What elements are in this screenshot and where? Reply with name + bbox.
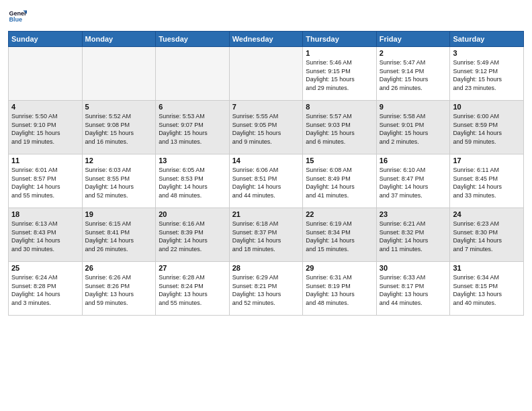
day-info: Sunrise: 5:57 AM Sunset: 9:03 PM Dayligh… xyxy=(306,112,373,146)
day-number: 10 xyxy=(453,103,521,111)
day-info: Sunrise: 5:49 AM Sunset: 9:12 PM Dayligh… xyxy=(453,58,521,92)
day-info: Sunrise: 6:29 AM Sunset: 8:21 PM Dayligh… xyxy=(232,273,300,307)
day-number: 14 xyxy=(232,156,300,165)
day-number: 24 xyxy=(453,210,521,218)
calendar-cell: 30Sunrise: 6:33 AM Sunset: 8:17 PM Dayli… xyxy=(376,262,450,316)
calendar-cell: 8Sunrise: 5:57 AM Sunset: 9:03 PM Daylig… xyxy=(303,101,377,154)
day-info: Sunrise: 6:15 AM Sunset: 8:41 PM Dayligh… xyxy=(85,220,153,253)
header: General Blue xyxy=(8,7,524,26)
logo-icon: General Blue xyxy=(8,7,27,26)
calendar-cell xyxy=(9,47,83,101)
day-number: 23 xyxy=(380,210,447,218)
day-info: Sunrise: 6:18 AM Sunset: 8:37 PM Dayligh… xyxy=(232,220,300,253)
calendar-cell: 16Sunrise: 6:10 AM Sunset: 8:47 PM Dayli… xyxy=(376,154,450,208)
day-info: Sunrise: 6:26 AM Sunset: 8:26 PM Dayligh… xyxy=(85,273,153,307)
day-number: 31 xyxy=(453,264,521,272)
calendar-cell: 26Sunrise: 6:26 AM Sunset: 8:26 PM Dayli… xyxy=(82,262,156,316)
calendar-cell: 13Sunrise: 6:05 AM Sunset: 8:53 PM Dayli… xyxy=(156,154,230,208)
day-number: 19 xyxy=(85,210,153,218)
day-number: 7 xyxy=(232,103,300,111)
day-info: Sunrise: 6:16 AM Sunset: 8:39 PM Dayligh… xyxy=(159,220,226,253)
day-number: 26 xyxy=(85,264,153,272)
day-number: 5 xyxy=(85,103,153,111)
calendar-cell: 17Sunrise: 6:11 AM Sunset: 8:45 PM Dayli… xyxy=(450,154,524,208)
day-number: 16 xyxy=(380,156,447,165)
day-info: Sunrise: 6:10 AM Sunset: 8:47 PM Dayligh… xyxy=(380,166,447,199)
day-info: Sunrise: 6:33 AM Sunset: 8:17 PM Dayligh… xyxy=(380,273,447,307)
calendar-cell: 19Sunrise: 6:15 AM Sunset: 8:41 PM Dayli… xyxy=(82,208,156,262)
calendar-cell: 29Sunrise: 6:31 AM Sunset: 8:19 PM Dayli… xyxy=(303,262,377,316)
calendar-cell: 14Sunrise: 6:06 AM Sunset: 8:51 PM Dayli… xyxy=(229,154,303,208)
day-info: Sunrise: 6:19 AM Sunset: 8:34 PM Dayligh… xyxy=(306,220,373,253)
day-number: 20 xyxy=(159,210,226,218)
day-number: 13 xyxy=(159,156,226,165)
day-number: 21 xyxy=(232,210,300,218)
calendar-week-row: 4Sunrise: 5:50 AM Sunset: 9:10 PM Daylig… xyxy=(9,101,524,154)
day-info: Sunrise: 5:52 AM Sunset: 9:08 PM Dayligh… xyxy=(85,112,153,146)
calendar-cell: 9Sunrise: 5:58 AM Sunset: 9:01 PM Daylig… xyxy=(376,101,450,154)
day-info: Sunrise: 5:46 AM Sunset: 9:15 PM Dayligh… xyxy=(306,58,373,92)
calendar-cell: 2Sunrise: 5:47 AM Sunset: 9:14 PM Daylig… xyxy=(376,47,450,101)
day-info: Sunrise: 5:53 AM Sunset: 9:07 PM Dayligh… xyxy=(159,112,226,146)
day-of-week-header: Friday xyxy=(376,32,450,47)
day-info: Sunrise: 6:08 AM Sunset: 8:49 PM Dayligh… xyxy=(306,166,373,199)
calendar-cell: 23Sunrise: 6:21 AM Sunset: 8:32 PM Dayli… xyxy=(376,208,450,262)
day-info: Sunrise: 5:55 AM Sunset: 9:05 PM Dayligh… xyxy=(232,112,300,146)
day-info: Sunrise: 6:24 AM Sunset: 8:28 PM Dayligh… xyxy=(11,273,79,307)
day-info: Sunrise: 6:05 AM Sunset: 8:53 PM Dayligh… xyxy=(159,166,226,199)
day-info: Sunrise: 6:21 AM Sunset: 8:32 PM Dayligh… xyxy=(380,220,447,253)
day-info: Sunrise: 6:06 AM Sunset: 8:51 PM Dayligh… xyxy=(232,166,300,199)
day-number: 11 xyxy=(11,156,79,165)
day-number: 30 xyxy=(380,264,447,272)
calendar-cell: 24Sunrise: 6:23 AM Sunset: 8:30 PM Dayli… xyxy=(450,208,524,262)
day-number: 28 xyxy=(232,264,300,272)
day-number: 18 xyxy=(11,210,79,218)
calendar-cell: 15Sunrise: 6:08 AM Sunset: 8:49 PM Dayli… xyxy=(303,154,377,208)
calendar-cell: 3Sunrise: 5:49 AM Sunset: 9:12 PM Daylig… xyxy=(450,47,524,101)
calendar-cell: 11Sunrise: 6:01 AM Sunset: 8:57 PM Dayli… xyxy=(9,154,83,208)
day-number: 8 xyxy=(306,103,373,111)
day-number: 29 xyxy=(306,264,373,272)
calendar-cell: 20Sunrise: 6:16 AM Sunset: 8:39 PM Dayli… xyxy=(156,208,230,262)
day-info: Sunrise: 6:01 AM Sunset: 8:57 PM Dayligh… xyxy=(11,166,79,199)
day-info: Sunrise: 6:11 AM Sunset: 8:45 PM Dayligh… xyxy=(453,166,521,199)
calendar-table: SundayMondayTuesdayWednesdayThursdayFrid… xyxy=(8,31,524,316)
day-number: 4 xyxy=(11,103,79,111)
calendar-cell: 27Sunrise: 6:28 AM Sunset: 8:24 PM Dayli… xyxy=(156,262,230,316)
page-container: General Blue SundayMondayTuesdayWednesda… xyxy=(0,0,532,322)
calendar-cell: 4Sunrise: 5:50 AM Sunset: 9:10 PM Daylig… xyxy=(9,101,83,154)
day-info: Sunrise: 6:23 AM Sunset: 8:30 PM Dayligh… xyxy=(453,220,521,253)
calendar-cell: 18Sunrise: 6:13 AM Sunset: 8:43 PM Dayli… xyxy=(9,208,83,262)
calendar-cell: 5Sunrise: 5:52 AM Sunset: 9:08 PM Daylig… xyxy=(82,101,156,154)
day-number: 22 xyxy=(306,210,373,218)
calendar-week-row: 18Sunrise: 6:13 AM Sunset: 8:43 PM Dayli… xyxy=(9,208,524,262)
day-of-week-header: Sunday xyxy=(9,32,83,47)
day-info: Sunrise: 6:34 AM Sunset: 8:15 PM Dayligh… xyxy=(453,273,521,307)
calendar-cell: 6Sunrise: 5:53 AM Sunset: 9:07 PM Daylig… xyxy=(156,101,230,154)
day-of-week-header: Wednesday xyxy=(229,32,303,47)
day-info: Sunrise: 6:28 AM Sunset: 8:24 PM Dayligh… xyxy=(159,273,226,307)
calendar-header-row: SundayMondayTuesdayWednesdayThursdayFrid… xyxy=(9,32,524,47)
day-number: 15 xyxy=(306,156,373,165)
svg-text:Blue: Blue xyxy=(9,16,22,23)
day-number: 6 xyxy=(159,103,226,111)
calendar-week-row: 11Sunrise: 6:01 AM Sunset: 8:57 PM Dayli… xyxy=(9,154,524,208)
day-number: 1 xyxy=(306,49,373,57)
day-info: Sunrise: 5:50 AM Sunset: 9:10 PM Dayligh… xyxy=(11,112,79,146)
calendar-week-row: 1Sunrise: 5:46 AM Sunset: 9:15 PM Daylig… xyxy=(9,47,524,101)
calendar-cell: 7Sunrise: 5:55 AM Sunset: 9:05 PM Daylig… xyxy=(229,101,303,154)
day-info: Sunrise: 6:31 AM Sunset: 8:19 PM Dayligh… xyxy=(306,273,373,307)
logo: General Blue xyxy=(8,7,30,26)
day-info: Sunrise: 6:00 AM Sunset: 8:59 PM Dayligh… xyxy=(453,112,521,146)
day-of-week-header: Monday xyxy=(82,32,156,47)
day-number: 3 xyxy=(453,49,521,57)
calendar-week-row: 25Sunrise: 6:24 AM Sunset: 8:28 PM Dayli… xyxy=(9,262,524,316)
calendar-cell: 10Sunrise: 6:00 AM Sunset: 8:59 PM Dayli… xyxy=(450,101,524,154)
day-info: Sunrise: 5:58 AM Sunset: 9:01 PM Dayligh… xyxy=(380,112,447,146)
day-of-week-header: Thursday xyxy=(303,32,377,47)
calendar-cell: 12Sunrise: 6:03 AM Sunset: 8:55 PM Dayli… xyxy=(82,154,156,208)
day-number: 27 xyxy=(159,264,226,272)
calendar-cell xyxy=(229,47,303,101)
calendar-cell: 28Sunrise: 6:29 AM Sunset: 8:21 PM Dayli… xyxy=(229,262,303,316)
calendar-cell: 1Sunrise: 5:46 AM Sunset: 9:15 PM Daylig… xyxy=(303,47,377,101)
